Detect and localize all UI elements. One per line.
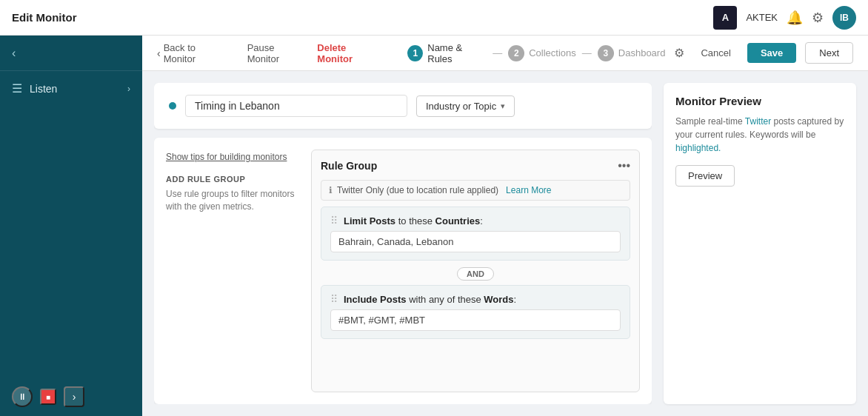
next-button[interactable]: Next (805, 42, 853, 64)
username-label: AKTEK (746, 12, 778, 23)
step-3-label: Dashboard (618, 47, 666, 58)
preview-title: Monitor Preview (675, 95, 844, 107)
pause-button[interactable]: ⏸ (12, 386, 33, 407)
aktek-avatar: A (713, 6, 737, 30)
step-dash-1: — (493, 47, 502, 58)
listen-icon: ☰ (12, 81, 22, 95)
rule-2-bold: Include Posts (344, 294, 407, 305)
app-header: Edit Monitor A AKTEK 🔔 ⚙ IB (0, 0, 868, 36)
monitor-name-input[interactable] (185, 95, 407, 117)
rule-group-title: Rule Group (321, 160, 377, 172)
notification-icon[interactable]: 🔔 (787, 10, 803, 26)
back-chevron-icon: ‹ (157, 47, 161, 59)
content-area: ‹ Back to Monitor Pause Monitor Delete M… (142, 36, 868, 416)
header-title: Edit Monitor (12, 11, 76, 24)
and-badge: AND (457, 267, 494, 281)
settings-icon[interactable]: ⚙ (812, 10, 824, 26)
back-to-monitor-link[interactable]: ‹ Back to Monitor (157, 42, 230, 64)
step-2-label: Collections (529, 47, 576, 58)
step-indicator: 1 Name & Rules — 2 Collections — 3 Dashb… (407, 42, 665, 64)
rule-1-bold: Limit Posts (344, 215, 395, 227)
status-dot (169, 102, 176, 110)
add-rule-desc: Use rule groups to filter monitors with … (166, 188, 299, 213)
rule-settings-icon[interactable]: ⚙ (674, 46, 684, 60)
user-avatar[interactable]: IB (832, 6, 856, 30)
step-1-label: Name & Rules (427, 42, 487, 64)
sidebar-expand-arrow: › (127, 84, 130, 94)
monitor-name-card: Industry or Topic ▾ (154, 83, 652, 129)
twitter-notice-text: Twitter Only (due to location rule appli… (337, 185, 498, 195)
cancel-button[interactable]: Cancel (693, 44, 738, 61)
rule-group-menu-button[interactable]: ••• (618, 159, 630, 172)
sidebar-listen-label: Listen (30, 83, 57, 95)
step-2-num: 2 (508, 45, 524, 61)
preview-description: Sample real-time Twitter posts captured … (675, 115, 844, 155)
content-body: Industry or Topic ▾ Show tips for buildi… (142, 71, 868, 416)
drag-handle-1[interactable]: ⠿ (330, 215, 338, 227)
stop-button[interactable]: ■ (40, 389, 56, 405)
rules-area: Show tips for building monitors ADD RULE… (154, 138, 652, 404)
rule-2-title: Include Posts with any of these Words: (344, 294, 516, 305)
step-dash-2: — (582, 47, 592, 58)
rule-group-card: Rule Group ••• ℹ Twitter Only (due to lo… (311, 150, 640, 392)
delete-monitor-link[interactable]: Delete Monitor (317, 42, 383, 64)
drag-handle-2[interactable]: ⠿ (330, 293, 338, 305)
expand-button[interactable]: › (64, 386, 84, 407)
tips-panel: Show tips for building monitors ADD RULE… (166, 150, 299, 392)
learn-more-link[interactable]: Learn More (506, 185, 551, 195)
back-arrow-icon: ‹ (12, 47, 16, 60)
monitor-preview-panel: Monitor Preview Sample real-time Twitter… (664, 83, 856, 404)
pause-monitor-link[interactable]: Pause Monitor (247, 42, 309, 64)
dropdown-arrow-icon: ▾ (501, 101, 505, 111)
topic-dropdown-label: Industry or Topic (426, 101, 496, 112)
rule-1-value[interactable]: Bahrain, Canada, Lebanon (330, 231, 621, 252)
preview-button[interactable]: Preview (675, 165, 735, 187)
rule-block-2: ⠿ Include Posts with any of these Words:… (321, 285, 630, 339)
topic-dropdown[interactable]: Industry or Topic ▾ (416, 95, 515, 117)
save-button[interactable]: Save (747, 43, 796, 63)
and-connector: AND (321, 266, 630, 281)
step-1: 1 Name & Rules (407, 42, 487, 64)
sidebar: ‹ ☰ Listen › ⏸ ■ › (0, 36, 142, 416)
rule-group-header: Rule Group ••• (321, 159, 630, 172)
content-topbar: ‹ Back to Monitor Pause Monitor Delete M… (142, 36, 868, 71)
step-2[interactable]: 2 Collections (508, 45, 576, 61)
rule-2-value[interactable]: #BMT, #GMT, #MBT (330, 309, 621, 331)
rule-2-suffix: Words (484, 294, 513, 305)
twitter-link[interactable]: Twitter (745, 116, 771, 127)
sidebar-bottom: ⏸ ■ › (0, 378, 142, 416)
sidebar-item-listen[interactable]: ☰ Listen › (0, 71, 142, 106)
highlighted-text: highlighted. (675, 143, 721, 153)
info-icon: ℹ (329, 185, 333, 195)
step-3-num: 3 (598, 45, 614, 61)
step-3[interactable]: 3 Dashboard (598, 45, 666, 61)
step-1-num: 1 (407, 45, 423, 61)
main-layout: ‹ ☰ Listen › ⏸ ■ › ‹ Back to Monitor Pau… (0, 36, 868, 416)
show-tips-link[interactable]: Show tips for building monitors (166, 152, 287, 162)
rule-block-1: ⠿ Limit Posts to these Countries: Bahrai… (321, 207, 630, 261)
twitter-only-notice: ℹ Twitter Only (due to location rule app… (321, 180, 630, 201)
add-rule-group-label: ADD RULE GROUP (166, 175, 299, 184)
rule-1-suffix: Countries (435, 215, 481, 227)
left-panel: Industry or Topic ▾ Show tips for buildi… (154, 83, 652, 404)
rule-1-title: Limit Posts to these Countries: (344, 215, 483, 227)
sidebar-back-button[interactable]: ‹ (0, 36, 142, 71)
